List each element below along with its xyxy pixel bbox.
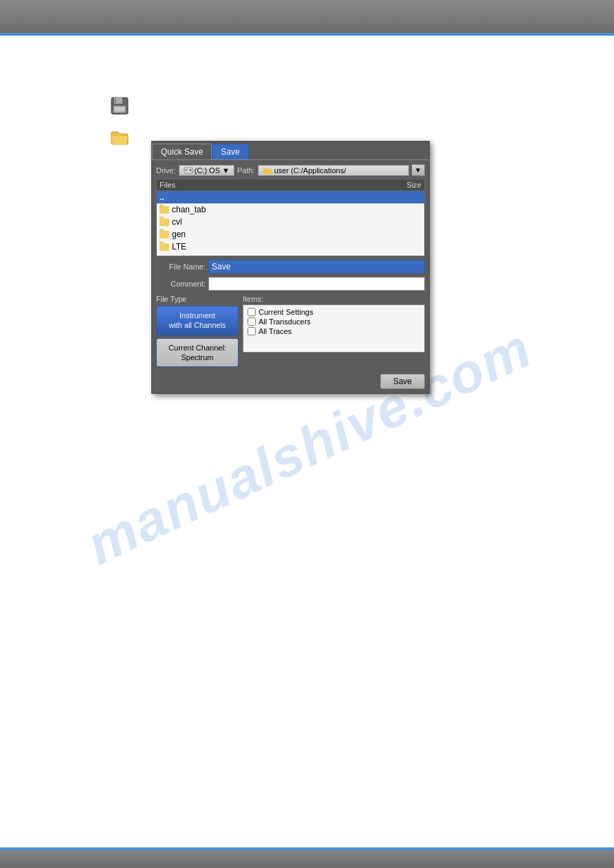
file-folder-icon [160,243,169,251]
file-type-label: File Type [156,295,239,303]
checkbox-all-transducers[interactable] [248,318,256,326]
file-name: chan_tab [172,205,206,214]
path-dropdown-btn[interactable]: ▼ [412,164,425,176]
items-check-row: All Transducers [248,318,420,326]
path-folder-icon [263,166,272,175]
items-column: Items: Current SettingsAll TransducersAl… [243,295,425,367]
dialog-body: Drive: (C:) OS ▼ Path: user (C:/Applicat… [152,159,429,393]
floppy-disk-icon [110,96,129,115]
drive-value: (C:) OS ▼ [195,166,230,175]
filename-label: File Name: [156,263,206,271]
tab-quick-save[interactable]: Quick Save [152,144,212,159]
items-list: Current SettingsAll TransducersAll Trace… [243,304,425,353]
files-list[interactable]: ..chan_tabcvlgenLTE [156,191,425,256]
item-label-all-transducers: All Transducers [259,318,311,326]
file-folder-icon [160,219,169,226]
file-item[interactable]: gen [157,228,424,241]
file-item[interactable]: .. [157,191,424,203]
drive-path-row: Drive: (C:) OS ▼ Path: user (C:/Applicat… [156,164,425,176]
floppy-disk-icon-area [110,96,129,115]
svg-rect-6 [185,169,188,171]
path-label: Path: [237,166,255,175]
comment-label: Comment: [156,280,206,288]
comment-input[interactable] [208,277,425,291]
item-label-current-settings: Current Settings [259,308,313,316]
items-check-row: Current Settings [248,308,420,316]
file-folder-icon [160,206,169,214]
type-items-row: File Type Instrumentwith all Channels Cu… [156,295,425,367]
file-type-column: File Type Instrumentwith all Channels Cu… [156,295,239,367]
files-column-header: Files [160,181,175,189]
drive-icon [184,166,193,175]
bottom-bar-accent [0,847,614,850]
file-type-instrument-btn[interactable]: Instrumentwith all Channels [156,306,239,335]
comment-row: Comment: [156,277,425,291]
path-value: user (C:/Applications/ [274,166,347,175]
svg-rect-2 [115,98,116,103]
path-selector[interactable]: user (C:/Applications/ [258,165,409,176]
dialog-tab-bar: Quick Save Save [152,142,429,159]
drive-selector[interactable]: (C:) OS ▼ [179,165,234,176]
file-name: LTE [172,242,186,252]
file-item[interactable]: chan_tab [157,203,424,216]
file-name: cvl [172,217,182,227]
checkbox-current-settings[interactable] [248,308,256,316]
save-button[interactable]: Save [380,374,425,389]
file-folder-icon [160,231,169,238]
checkbox-all-traces[interactable] [248,327,256,335]
file-item[interactable]: LTE [157,241,424,253]
top-bar-accent [0,33,614,36]
save-button-row: Save [156,371,425,389]
drive-label: Drive: [156,166,176,175]
files-list-header: Files Size [156,179,425,191]
file-item[interactable]: cvl [157,216,424,228]
filename-input[interactable] [208,260,425,274]
item-label-all-traces: All Traces [259,327,292,335]
bottom-bar [0,847,614,868]
svg-point-7 [189,169,191,171]
filename-row: File Name: [156,260,425,274]
icon-area [110,96,129,159]
size-column-header: Size [407,181,421,189]
parent-dir-indicator: .. [160,192,164,202]
items-label: Items: [243,295,425,303]
save-dialog: Quick Save Save Drive: (C:) OS ▼ Path: u… [151,141,430,394]
items-check-row: All Traces [248,327,420,335]
open-folder-icon [110,128,129,147]
tab-save[interactable]: Save [212,144,248,159]
file-name: gen [172,230,186,239]
file-type-channel-btn[interactable]: Current Channel:Spectrum [156,338,239,368]
open-folder-icon-area [110,128,129,147]
svg-rect-4 [115,107,124,111]
top-bar [0,0,614,36]
